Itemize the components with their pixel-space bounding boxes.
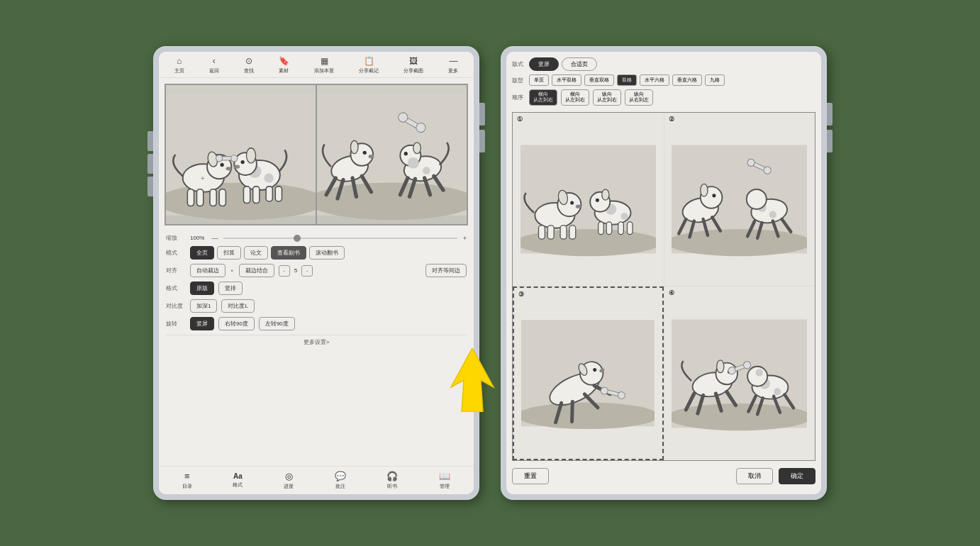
layout-h-six[interactable]: 水平六格: [640, 74, 669, 86]
nav-share-note[interactable]: 📋 分享截记: [359, 56, 379, 74]
nav-home[interactable]: ⌂ 主页: [174, 56, 184, 74]
mode-scan[interactable]: 扫算: [217, 246, 241, 260]
nav-format[interactable]: Aa 格式: [233, 472, 243, 489]
side-button-2[interactable]: [147, 154, 153, 174]
svg-rect-70: [618, 222, 623, 235]
manage-icon: 📖: [439, 471, 450, 481]
format-icon: Aa: [233, 472, 243, 480]
svg-rect-69: [606, 222, 612, 235]
mode-label: 模式: [166, 249, 186, 257]
align-row: 对齐 自动裁边 ▪ 裁边结合 · 5 · 对齐等间边: [166, 264, 467, 277]
order-h-left-right-2[interactable]: 横向从左到右: [561, 89, 589, 106]
reset-button[interactable]: 重置: [512, 468, 549, 484]
align-dot-left[interactable]: ·: [279, 265, 290, 277]
svg-point-123: [747, 366, 767, 386]
mode-full-page[interactable]: 全页: [190, 246, 214, 260]
home-icon: ⌂: [177, 56, 182, 66]
svg-rect-7: [187, 189, 194, 206]
nav-toc[interactable]: ≡ 目录: [182, 471, 192, 490]
side-button-3[interactable]: [147, 177, 153, 196]
svg-rect-60: [560, 225, 567, 239]
svg-point-64: [620, 213, 628, 220]
svg-rect-9: [210, 189, 216, 206]
align-merge[interactable]: 裁边结合: [239, 264, 274, 277]
align-dot-right[interactable]: ·: [301, 265, 313, 277]
grid-panel-4[interactable]: ④: [664, 286, 815, 460]
share-img-icon: 🖼: [409, 56, 418, 66]
nav-back[interactable]: ‹ 返回: [209, 56, 219, 74]
layout-quad[interactable]: 双格: [617, 74, 637, 86]
mode-row: 模式 全页 扫算 论文 查看副书 滚动翻书: [166, 246, 467, 260]
nav-more[interactable]: — 更多: [448, 56, 458, 74]
svg-point-67: [595, 199, 598, 202]
nav-search[interactable]: ⊙ 查找: [244, 56, 254, 74]
svg-point-94: [521, 403, 655, 430]
svg-point-44: [413, 143, 421, 154]
nav-annotation[interactable]: 💬 批注: [335, 471, 346, 490]
order-h-left-right-1[interactable]: 横向从左到右: [529, 89, 557, 106]
svg-point-32: [369, 155, 374, 158]
nav-manage[interactable]: 📖 管理: [439, 471, 450, 490]
library-icon: ▦: [321, 56, 328, 66]
zoom-minus-icon[interactable]: —: [211, 235, 218, 242]
svg-point-77: [713, 194, 716, 197]
nav-library[interactable]: ▦ 添加本置: [314, 56, 334, 74]
format-row: 格式 原版 竖排: [166, 282, 467, 295]
mode-paper[interactable]: 论文: [244, 246, 268, 260]
right-side-btn-2[interactable]: [827, 130, 833, 152]
svg-rect-68: [598, 222, 603, 235]
confirm-button[interactable]: 确定: [779, 468, 815, 484]
rotate-portrait[interactable]: 竖屏: [190, 317, 214, 330]
layout-v-six[interactable]: 垂直六格: [672, 74, 702, 86]
panel-num-2: ②: [669, 116, 674, 123]
side-button-right-1[interactable]: [479, 103, 485, 126]
nav-bookmark[interactable]: 🔖 素材: [279, 56, 289, 74]
layout-v-double[interactable]: 垂直双格: [584, 74, 614, 86]
side-button-1[interactable]: [147, 131, 153, 151]
format-vertical[interactable]: 竖排: [218, 282, 243, 295]
nav-progress[interactable]: ◎ 进度: [284, 471, 294, 490]
right-side-btn-1[interactable]: [827, 103, 833, 126]
tab-fit[interactable]: 合适页: [562, 57, 597, 71]
svg-point-17: [241, 160, 245, 164]
svg-point-43: [423, 167, 430, 174]
svg-rect-10: [219, 189, 225, 206]
nav-share-img[interactable]: 🖼 分享截图: [403, 56, 423, 74]
view-mode-label: 版式: [512, 60, 526, 68]
comic-panel-right: [316, 84, 467, 225]
grid-panel-3[interactable]: ③: [513, 286, 664, 460]
zoom-plus-icon[interactable]: +: [463, 235, 467, 242]
more-settings-link[interactable]: 更多设置>: [166, 335, 467, 349]
align-equal-margin[interactable]: 对齐等间边: [425, 264, 467, 277]
order-v-left-right[interactable]: 纵向从左到右: [593, 89, 621, 106]
svg-point-45: [404, 152, 408, 155]
grid-panel-2[interactable]: ②: [664, 113, 815, 286]
side-button-right-2[interactable]: [479, 130, 485, 152]
zoom-value: 100%: [190, 235, 204, 241]
svg-point-122: [774, 388, 781, 395]
tab-portrait[interactable]: 竖屏: [529, 57, 559, 71]
layout-type-row: 版型 单页 水平双格 垂直双格 双格 水平六格 垂直六格 九格: [512, 74, 815, 86]
layout-h-double[interactable]: 水平双格: [552, 74, 581, 86]
rotate-right-90[interactable]: 右转90度: [218, 317, 255, 330]
order-v-right-left[interactable]: 纵向从右到左: [625, 89, 653, 106]
cancel-button[interactable]: 取消: [736, 468, 773, 484]
rotate-left-90[interactable]: 左转90度: [259, 317, 295, 330]
search-icon: ⊙: [245, 56, 252, 66]
layout-nine[interactable]: 九格: [705, 74, 725, 86]
nav-listen[interactable]: 🎧 听书: [386, 471, 398, 490]
layout-label: 版型: [512, 77, 526, 84]
contrast-level[interactable]: 对比度L: [221, 299, 254, 313]
mode-scroll[interactable]: 滚动翻书: [309, 246, 345, 260]
zoom-slider[interactable]: [223, 238, 457, 239]
progress-icon: ◎: [285, 471, 293, 481]
format-original[interactable]: 原版: [190, 282, 214, 295]
mode-view-book[interactable]: 查看副书: [271, 246, 306, 260]
bottom-navigation: ≡ 目录 Aa 格式 ◎ 进度 💬 批注 🎧 听书: [159, 466, 474, 494]
align-auto-crop[interactable]: 自动裁边: [190, 264, 225, 277]
contrast-deepen[interactable]: 加深1: [190, 299, 217, 313]
layout-single[interactable]: 单页: [529, 74, 549, 86]
svg-point-31: [363, 151, 367, 155]
grid-panel-1[interactable]: ①: [513, 113, 664, 286]
svg-point-42: [408, 157, 419, 169]
